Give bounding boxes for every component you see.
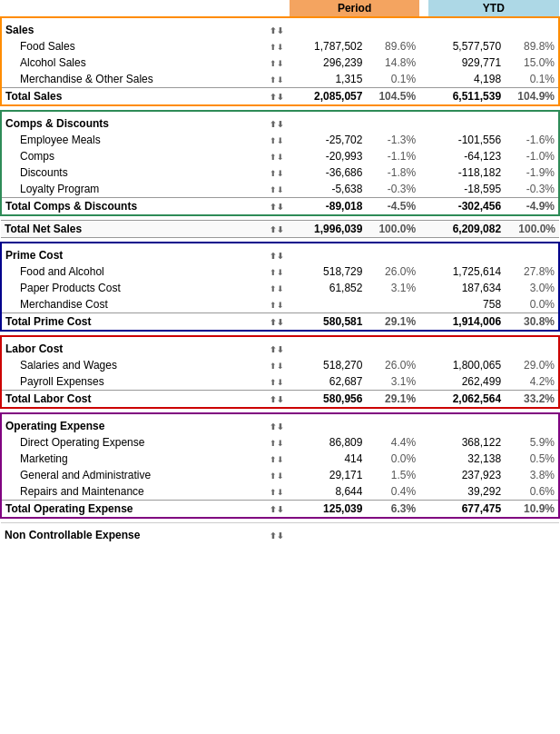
labor-title: Labor Cost bbox=[1, 336, 263, 357]
noncon-title: Non Controllable Expense bbox=[1, 523, 263, 544]
salaries-ytd-pct: 29.0% bbox=[505, 357, 559, 373]
comps-period-pct: -1.1% bbox=[366, 148, 419, 164]
direct-opex-period-pct: 4.4% bbox=[366, 434, 419, 451]
payroll-ytd-val: 262,499 bbox=[428, 373, 505, 391]
total-comps-ytd-val: -302,456 bbox=[428, 198, 505, 216]
discounts-period-val: -36,686 bbox=[290, 164, 366, 181]
paper-products-ytd-pct: 3.0% bbox=[505, 280, 559, 296]
payroll-period-pct: 3.1% bbox=[366, 373, 419, 391]
loyalty-icon[interactable]: ⬆⬇ bbox=[263, 181, 290, 198]
comps-section-header: Comps & Discounts ⬆⬇ bbox=[1, 111, 559, 132]
employee-meals-period-val: -25,702 bbox=[290, 132, 366, 148]
sales-period-pct-header bbox=[366, 17, 419, 38]
prime-title: Prime Cost bbox=[1, 243, 263, 263]
merch-sales-icon[interactable]: ⬆⬇ bbox=[263, 71, 290, 88]
total-sales-ytd-pct: 104.9% bbox=[505, 88, 559, 106]
food-sales-icon[interactable]: ⬆⬇ bbox=[263, 38, 290, 55]
merch-cost-icon[interactable]: ⬆⬇ bbox=[263, 296, 290, 313]
merch-cost-ytd-val: 758 bbox=[428, 296, 505, 313]
employee-meals-row: Employee Meals ⬆⬇ -25,702 -1.3% -101,556… bbox=[1, 132, 559, 148]
comps-ytd-pct: -1.0% bbox=[505, 148, 559, 164]
merch-sales-ytd-val: 4,198 bbox=[428, 71, 505, 88]
total-comps-label: Total Comps & Discounts bbox=[1, 198, 263, 216]
loyalty-row: Loyalty Program ⬆⬇ -5,638 -0.3% -18,595 … bbox=[1, 181, 559, 198]
loyalty-ytd-val: -18,595 bbox=[428, 181, 505, 198]
total-opex-icon[interactable]: ⬆⬇ bbox=[263, 501, 290, 519]
net-sales-icon[interactable]: ⬆⬇ bbox=[263, 221, 290, 238]
employee-meals-icon[interactable]: ⬆⬇ bbox=[263, 132, 290, 148]
sales-sort-icon[interactable]: ⬆⬇ bbox=[263, 17, 290, 38]
repairs-period-pct: 0.4% bbox=[366, 483, 419, 501]
total-comps-period-val: -89,018 bbox=[290, 198, 366, 216]
discounts-period-pct: -1.8% bbox=[366, 164, 419, 181]
discounts-ytd-pct: -1.9% bbox=[505, 164, 559, 181]
payroll-icon[interactable]: ⬆⬇ bbox=[263, 373, 290, 391]
merch-sales-period-pct: 0.1% bbox=[366, 71, 419, 88]
marketing-icon[interactable]: ⬆⬇ bbox=[263, 451, 290, 467]
table-header: Period YTD bbox=[1, 0, 559, 17]
alcohol-sales-ytd-val: 929,771 bbox=[428, 55, 505, 71]
repairs-period-val: 8,644 bbox=[290, 483, 366, 501]
salaries-icon[interactable]: ⬆⬇ bbox=[263, 357, 290, 373]
marketing-label: Marketing bbox=[1, 451, 263, 467]
sales-ytd-val-header bbox=[428, 17, 505, 38]
comps-sort-icon[interactable]: ⬆⬇ bbox=[263, 111, 290, 132]
alcohol-sales-period-pct: 14.8% bbox=[366, 55, 419, 71]
repairs-icon[interactable]: ⬆⬇ bbox=[263, 483, 290, 501]
loyalty-label: Loyalty Program bbox=[1, 181, 263, 198]
labor-sort-icon[interactable]: ⬆⬇ bbox=[263, 336, 290, 357]
employee-meals-ytd-pct: -1.6% bbox=[505, 132, 559, 148]
net-sales-row: Total Net Sales ⬆⬇ 1,996,039 100.0% 6,20… bbox=[1, 221, 559, 238]
total-prime-icon[interactable]: ⬆⬇ bbox=[263, 313, 290, 332]
salaries-period-pct: 26.0% bbox=[366, 357, 419, 373]
employee-meals-ytd-val: -101,556 bbox=[428, 132, 505, 148]
total-sales-icon[interactable]: ⬆⬇ bbox=[263, 88, 290, 106]
alcohol-sales-ytd-pct: 15.0% bbox=[505, 55, 559, 71]
discounts-label: Discounts bbox=[1, 164, 263, 181]
ga-icon[interactable]: ⬆⬇ bbox=[263, 467, 290, 483]
net-sales-period-val: 1,996,039 bbox=[290, 221, 366, 238]
payroll-row: Payroll Expenses ⬆⬇ 62,687 3.1% 262,499 … bbox=[1, 373, 559, 391]
prime-sort-icon[interactable]: ⬆⬇ bbox=[263, 243, 290, 263]
opex-sort-icon[interactable]: ⬆⬇ bbox=[263, 413, 290, 434]
payroll-period-val: 62,687 bbox=[290, 373, 366, 391]
total-prime-ytd-pct: 30.8% bbox=[505, 313, 559, 332]
total-labor-icon[interactable]: ⬆⬇ bbox=[263, 391, 290, 409]
paper-products-period-pct: 3.1% bbox=[366, 280, 419, 296]
discounts-icon[interactable]: ⬆⬇ bbox=[263, 164, 290, 181]
food-alcohol-icon[interactable]: ⬆⬇ bbox=[263, 263, 290, 280]
merch-sales-row: Merchandise & Other Sales ⬆⬇ 1,315 0.1% … bbox=[1, 71, 559, 88]
direct-opex-icon[interactable]: ⬆⬇ bbox=[263, 434, 290, 451]
total-labor-ytd-val: 2,062,564 bbox=[428, 391, 505, 409]
salaries-row: Salaries and Wages ⬆⬇ 518,270 26.0% 1,80… bbox=[1, 357, 559, 373]
salaries-period-val: 518,270 bbox=[290, 357, 366, 373]
repairs-ytd-val: 39,292 bbox=[428, 483, 505, 501]
direct-opex-ytd-pct: 5.9% bbox=[505, 434, 559, 451]
paper-products-period-val: 61,852 bbox=[290, 280, 366, 296]
direct-opex-label: Direct Operating Expense bbox=[1, 434, 263, 451]
total-prime-period-val: 580,581 bbox=[290, 313, 366, 332]
payroll-label: Payroll Expenses bbox=[1, 373, 263, 391]
marketing-ytd-val: 32,138 bbox=[428, 451, 505, 467]
net-sales-ytd-pct: 100.0% bbox=[505, 221, 559, 238]
ga-label: General and Administrative bbox=[1, 467, 263, 483]
total-sales-row: Total Sales ⬆⬇ 2,085,057 104.5% 6,511,53… bbox=[1, 88, 559, 106]
total-labor-ytd-pct: 33.2% bbox=[505, 391, 559, 409]
marketing-period-pct: 0.0% bbox=[366, 451, 419, 467]
total-comps-row: Total Comps & Discounts ⬆⬇ -89,018 -4.5%… bbox=[1, 198, 559, 216]
noncon-sort-icon[interactable]: ⬆⬇ bbox=[263, 523, 290, 544]
comps-row: Comps ⬆⬇ -20,993 -1.1% -64,123 -1.0% bbox=[1, 148, 559, 164]
net-sales-ytd-val: 6,209,082 bbox=[428, 221, 505, 238]
merch-sales-period-val: 1,315 bbox=[290, 71, 366, 88]
alcohol-sales-icon[interactable]: ⬆⬇ bbox=[263, 55, 290, 71]
total-opex-ytd-pct: 10.9% bbox=[505, 501, 559, 519]
food-sales-ytd-pct: 89.8% bbox=[505, 38, 559, 55]
total-labor-period-pct: 29.1% bbox=[366, 391, 419, 409]
food-alcohol-row: Food and Alcohol ⬆⬇ 518,729 26.0% 1,725,… bbox=[1, 263, 559, 280]
total-sales-period-pct: 104.5% bbox=[366, 88, 419, 106]
total-comps-icon[interactable]: ⬆⬇ bbox=[263, 198, 290, 216]
paper-products-icon[interactable]: ⬆⬇ bbox=[263, 280, 290, 296]
total-labor-period-val: 580,956 bbox=[290, 391, 366, 409]
comps-row-icon[interactable]: ⬆⬇ bbox=[263, 148, 290, 164]
total-comps-ytd-pct: -4.9% bbox=[505, 198, 559, 216]
